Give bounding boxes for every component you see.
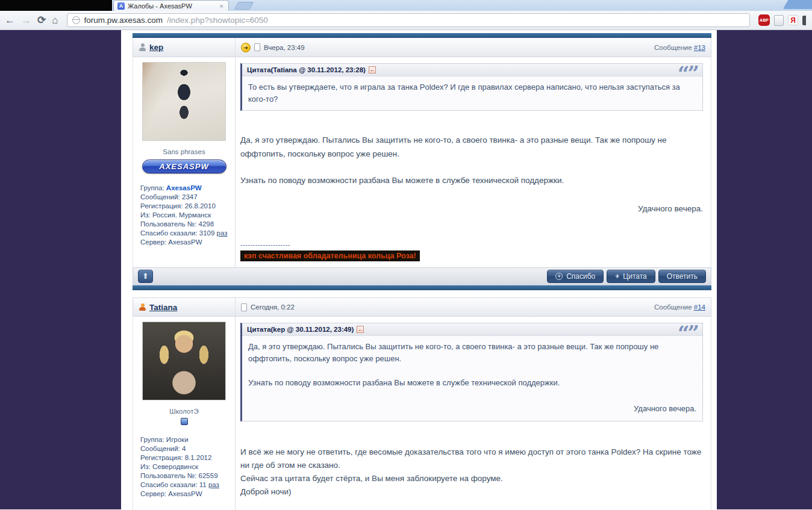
avatar	[142, 322, 226, 400]
quote-header-text: Цитата(Tatiana @ 30.11.2012, 23:28)	[247, 66, 366, 73]
post-header: Tatiana Сегодня, 0:22 Сообщение #14	[133, 297, 711, 317]
user-stats: Группа: Игроки Сообщений: 4 Регистрация:…	[140, 435, 235, 499]
quote-button[interactable]: + Цитата	[607, 270, 655, 283]
post-paragraph: Узнать по поводу возможности разбана Вы …	[240, 174, 703, 187]
post-text: И всё же не могу не ответить, где весомы…	[240, 446, 703, 499]
goto-post-icon[interactable]: ➜	[241, 43, 251, 52]
plus-icon: +	[615, 272, 619, 281]
avatar	[142, 62, 226, 141]
forum-page: kep ➜ Вчера, 23:49 Сообщение #13 Sans ph…	[121, 30, 717, 509]
quote-body: Да, я это утверждаю. Пытались Вы защитит…	[242, 336, 702, 421]
stat-row: Группа: Игроки	[140, 435, 235, 444]
scroll-top-button[interactable]: ⬆	[138, 270, 153, 283]
stat-row: Регистрация: 8.1.2012	[140, 453, 235, 462]
wrench-icon[interactable]	[802, 16, 806, 25]
stat-row: Из: Россия. Мурманск	[140, 211, 235, 220]
stat-row: Спасибо сказали: 11 раз	[140, 480, 235, 490]
stat-row: Сервер: AxesasPW	[140, 238, 235, 247]
quote-paragraph: Узнать по поводу возможности разбана Вы …	[248, 377, 696, 389]
reply-button[interactable]: Ответить	[658, 270, 706, 283]
user-stats: Группа: AxesasPW Сообщений: 2347 Регистр…	[140, 184, 235, 247]
thanks-button[interactable]: + Спасибо	[547, 270, 604, 283]
post-author-cell: kep	[133, 38, 236, 57]
extension-icons: ABP Я	[758, 14, 807, 26]
goto-quoted-post-icon[interactable]: ←	[369, 66, 376, 73]
stat-row: Регистрация: 26.8.2010	[140, 202, 235, 211]
quote-closing-line: Удачного вечера.	[248, 403, 696, 416]
post-content: Цитата(kep @ 30.11.2012, 23:49) ← “” Да,…	[236, 317, 711, 510]
rank-banner-image: AXESASPW	[142, 160, 226, 173]
signature-text: кэп счастливая обладательница кольца Роз…	[240, 250, 420, 261]
globe-icon	[72, 16, 80, 24]
stat-row: Сообщений: 4	[140, 444, 235, 453]
signature-divider: --------------------	[240, 241, 703, 248]
post-closing-line: Удачного вечера.	[240, 204, 703, 213]
stat-row: Группа: AxesasPW	[140, 184, 235, 193]
tabbar-corner-decoration	[783, 0, 812, 9]
adblock-icon[interactable]: ABP	[758, 14, 770, 26]
post-meta-cell: Сегодня, 0:22 Сообщение #14	[236, 298, 711, 316]
message-number: Сообщение #13	[654, 44, 705, 51]
yandex-icon[interactable]: Я	[788, 15, 798, 25]
post-separator-bar	[133, 33, 711, 38]
post-date: Сегодня, 0:22	[251, 303, 295, 311]
quote-body: То есть вы утверждаете, что я играла за …	[242, 76, 702, 110]
home-icon[interactable]: ⌂	[52, 15, 58, 25]
post-paragraph: Сейчас эта цитата будет стёрта, и Вы мен…	[240, 472, 703, 485]
browser-tab-bar: A Жалобы - AxesasPW ×	[0, 0, 812, 11]
url-host: forum.pw.axesas.com	[84, 16, 163, 25]
post-doc-icon	[241, 303, 247, 311]
new-tab-button[interactable]	[234, 2, 254, 10]
tab-favicon: A	[117, 2, 125, 10]
url-bar[interactable]: forum.pw.axesas.com/index.php?showtopic=…	[67, 13, 750, 27]
back-icon[interactable]: ←	[5, 15, 15, 25]
user-custom-title: Sans phrases	[133, 148, 235, 155]
message-label: Сообщение	[654, 44, 692, 51]
topic-post-list: kep ➜ Вчера, 23:49 Сообщение #13 Sans ph…	[133, 33, 711, 510]
post-separator-bar	[133, 285, 711, 290]
message-number: Сообщение #14	[654, 303, 705, 311]
forward-icon[interactable]: →	[21, 15, 31, 25]
stat-row: Сервер: AxesasPW	[140, 490, 235, 499]
rank-pip-icon	[181, 418, 188, 425]
post-footer: ⬆ + Спасибо + Цитата Ответить	[133, 267, 711, 285]
author-link[interactable]: Tatiana	[149, 303, 177, 312]
post-doc-icon	[254, 43, 260, 51]
url-path: /index.php?showtopic=6050	[167, 16, 268, 25]
quote-block: Цитата(Tatiana @ 30.11.2012, 23:28) ← “”…	[240, 63, 703, 111]
tab-close-icon[interactable]: ×	[219, 2, 225, 10]
reload-icon[interactable]: ⟳	[37, 15, 46, 25]
thanks-count-link[interactable]: раз	[208, 481, 219, 488]
post-gap	[133, 290, 711, 297]
post-paragraph: Да, я это утверждаю. Пытались Вы защитит…	[240, 134, 703, 161]
quote-block: Цитата(kep @ 30.11.2012, 23:49) ← “” Да,…	[240, 323, 703, 421]
post-text: Да, я это утверждаю. Пытались Вы защитит…	[240, 134, 703, 187]
quote-header: Цитата(Tatiana @ 30.11.2012, 23:28) ←	[242, 64, 702, 76]
post-paragraph: И всё же не могу не ответить, где весомы…	[240, 446, 703, 473]
window-title-area	[0, 0, 112, 11]
post-content: Цитата(Tatiana @ 30.11.2012, 23:28) ← “”…	[236, 57, 711, 267]
quote-marks-icon: “”	[678, 321, 698, 345]
stat-row: Из: Северодвинск	[140, 462, 235, 471]
goto-quoted-post-icon[interactable]: ←	[357, 326, 364, 333]
post-body: ШколотЭ Группа: Игроки Сообщений: 4 Реги…	[133, 317, 711, 510]
message-number-link[interactable]: #13	[694, 44, 705, 51]
message-number-link[interactable]: #14	[694, 303, 705, 311]
browser-tab[interactable]: A Жалобы - AxesasPW ×	[113, 0, 229, 11]
user-custom-title: ШколотЭ	[133, 408, 235, 415]
plus-circle-icon: +	[555, 273, 563, 280]
post-body: Sans phrases AXESASPW Группа: AxesasPW С…	[133, 57, 711, 267]
page-background: kep ➜ Вчера, 23:49 Сообщение #13 Sans ph…	[0, 30, 812, 509]
offline-user-icon	[139, 43, 146, 51]
stat-row: Сообщений: 2347	[140, 193, 235, 202]
quote-header: Цитата(kep @ 30.11.2012, 23:49) ←	[242, 323, 702, 336]
online-user-icon	[139, 303, 146, 311]
author-link[interactable]: kep	[149, 43, 163, 52]
extension-page-icon[interactable]	[774, 15, 784, 26]
thanks-count-link[interactable]: раз	[217, 229, 228, 237]
tab-title: Жалобы - AxesasPW	[128, 2, 216, 10]
post-header: kep ➜ Вчера, 23:49 Сообщение #13	[133, 38, 711, 57]
stat-row: Спасибо сказали: 3109 раз	[140, 229, 235, 238]
quote-paragraph: Да, я это утверждаю. Пытались Вы защитит…	[248, 341, 696, 365]
user-info-panel: ШколотЭ Группа: Игроки Сообщений: 4 Реги…	[133, 317, 236, 510]
